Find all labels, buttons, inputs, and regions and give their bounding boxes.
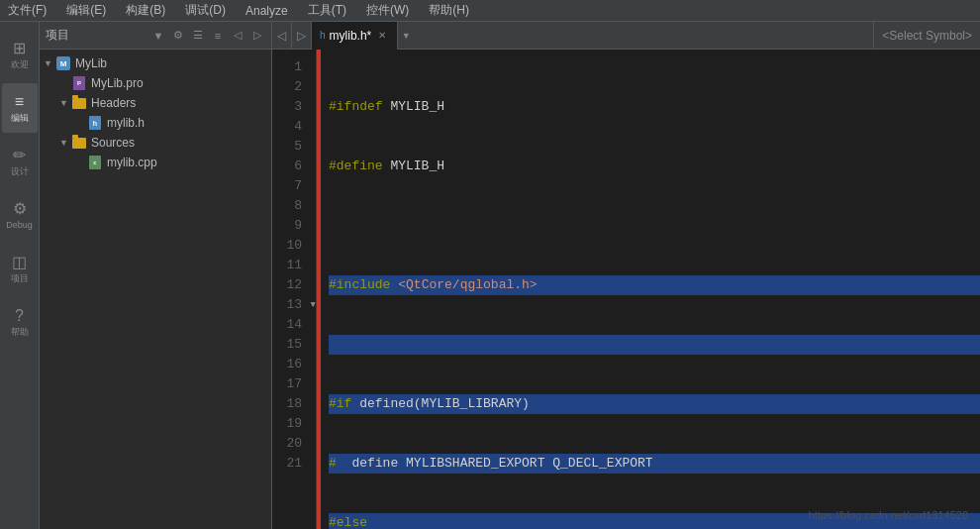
menu-file[interactable]: 文件(F) [4,0,50,21]
arrow-mylibcpp [75,158,87,167]
panel-filter-btn[interactable]: ⚙ [170,28,186,44]
code-line-4: #include <QtCore/qglobal.h> [329,275,980,295]
line-num-9: 9 [272,216,308,236]
menu-tools[interactable]: 工具(T) [304,0,350,21]
edit-label: 编辑 [11,114,29,124]
line-num-15: 15 [272,335,308,355]
tab-mylibh-label: mylib.h* [330,29,372,43]
line-num-17: 17 [272,374,308,394]
menu-help[interactable]: 帮助(H) [425,0,473,21]
panel-header: 项目 ▼ ⚙ ☰ ≡ ◁ ▷ [40,22,271,50]
line-num-14: 14 [272,315,308,335]
sidebar-item-debug[interactable]: ⚙ Debug [2,190,38,240]
welcome-label: 欢迎 [11,60,29,70]
line-numbers: 1 2 3 4 5 6 7 8 9 10 11 12 13▼ 14 15 16 … [272,50,317,529]
sources-folder-icon [71,136,87,150]
code-content[interactable]: #ifndef MYLIB_H #define MYLIB_H #include… [317,50,980,529]
panel-next-btn[interactable]: ▷ [249,28,265,44]
fold-arrow-icon[interactable]: ▼ [311,295,316,315]
menu-analyze[interactable]: Analyze [242,2,292,20]
tab-close-btn[interactable]: ✕ [375,29,389,43]
tree-item-headers[interactable]: ▼ Headers [40,93,271,113]
project-icon: ◫ [12,253,27,271]
tab-mylibh[interactable]: h mylib.h* ✕ [312,22,398,50]
tree-item-mylibcpp[interactable]: c mylib.cpp [40,153,271,172]
select-symbol-dropdown[interactable]: <Select Symbol> [873,22,980,50]
line-num-19: 19 [272,414,308,434]
panel-title: 项目 [46,27,147,44]
panel-link-btn[interactable]: ☰ [190,28,206,44]
cpp-file-icon: c [87,156,103,169]
line-num-16: 16 [272,355,308,374]
code-line-3 [329,216,980,236]
line-num-20: 20 [272,434,308,454]
sources-label: Sources [91,136,135,150]
menu-controls[interactable]: 控件(W) [362,0,413,21]
pro-file-icon: P [71,76,87,90]
tree-item-mylibh[interactable]: h mylib.h [40,113,271,133]
code-line-6: #if defined(MYLIB_LIBRARY) [329,394,980,414]
debug-label: Debug [6,221,33,231]
arrow-mylibpro [59,78,71,88]
arrow-mylib: ▼ [44,58,55,68]
code-line-7: # define MYLIBSHARED_EXPORT Q_DECL_EXPOR… [329,454,980,474]
sidebar-item-edit[interactable]: ≡ 编辑 [2,83,38,133]
mylibpro-label: MyLib.pro [91,76,144,90]
headers-label: Headers [91,96,136,110]
help-icon: ? [15,307,24,325]
menubar: 文件(F) 编辑(E) 构建(B) 调试(D) Analyze 工具(T) 控件… [0,0,980,22]
line-num-6: 6 [272,157,308,176]
help-label: 帮助 [11,328,29,338]
line-num-4: 4 [272,117,308,137]
code-editor[interactable]: 1 2 3 4 5 6 7 8 9 10 11 12 13▼ 14 15 16 … [272,50,980,529]
menu-debug[interactable]: 调试(D) [181,0,230,21]
menu-edit[interactable]: 编辑(E) [62,0,110,21]
sidebar-item-project[interactable]: ◫ 项目 [2,244,38,293]
line-num-1: 1 [272,57,308,77]
panel-prev-btn[interactable]: ◁ [230,28,245,44]
code-line-1: #ifndef MYLIB_H [329,97,980,117]
line-num-5: 5 [272,137,308,157]
tab-dropdown-btn[interactable]: ▼ [398,31,414,41]
line-num-7: 7 [272,176,308,196]
project-label: 项目 [11,274,29,284]
sidebar-item-welcome[interactable]: ⊞ 欢迎 [2,30,38,79]
debug-icon: ⚙ [13,199,27,218]
mylib-label: MyLib [75,56,107,70]
sidebar-icons: ⊞ 欢迎 ≡ 编辑 ✏ 设计 ⚙ Debug ◫ 项目 ? 帮助 [0,22,40,529]
sidebar-item-design[interactable]: ✏ 设计 [2,137,38,186]
tab-h-icon: h [320,30,326,41]
edit-icon: ≡ [15,93,24,111]
editor-area: ◁ ▷ h mylib.h* ✕ ▼ <Select Symbol> 1 2 3… [272,22,980,529]
tree-item-mylib[interactable]: ▼ M MyLib [40,53,271,73]
menu-build[interactable]: 构建(B) [122,0,169,21]
tree-item-mylibpro[interactable]: P MyLib.pro [40,73,271,93]
mylibh-label: mylib.h [107,116,145,130]
project-panel: 项目 ▼ ⚙ ☰ ≡ ◁ ▷ ▼ M MyLib P M [40,22,272,529]
h-file-icon: h [87,116,103,130]
headers-folder-icon [71,96,87,110]
arrow-sources: ▼ [59,138,71,148]
design-icon: ✏ [13,146,26,164]
panel-menu-btn[interactable]: ≡ [210,28,226,44]
arrow-headers: ▼ [59,98,71,108]
tree-item-sources[interactable]: ▼ Sources [40,133,271,153]
line-num-11: 11 [272,256,308,275]
line-num-18: 18 [272,394,308,414]
panel-dropdown-btn[interactable]: ▼ [150,28,166,44]
line-num-3: 3 [272,97,308,117]
code-line-5 [329,335,980,355]
line-num-21: 21 [272,454,308,474]
arrow-mylibh [75,118,87,128]
code-line-2: #define MYLIB_H [329,157,980,176]
tab-next-btn[interactable]: ▷ [292,22,312,50]
line-num-13: 13▼ [272,295,308,315]
project-tree: ▼ M MyLib P MyLib.pro ▼ Headers [40,50,271,529]
tab-bar: ◁ ▷ h mylib.h* ✕ ▼ <Select Symbol> [272,22,980,50]
main-layout: ⊞ 欢迎 ≡ 编辑 ✏ 设计 ⚙ Debug ◫ 项目 ? 帮助 项目 ▼ ⚙ [0,22,980,529]
sidebar-item-help[interactable]: ? 帮助 [2,297,38,347]
line-num-8: 8 [272,196,308,216]
watermark: https://blog.csdn.net/cxd1314520 [809,509,968,521]
tab-prev-btn[interactable]: ◁ [272,22,292,50]
line-num-2: 2 [272,77,308,97]
